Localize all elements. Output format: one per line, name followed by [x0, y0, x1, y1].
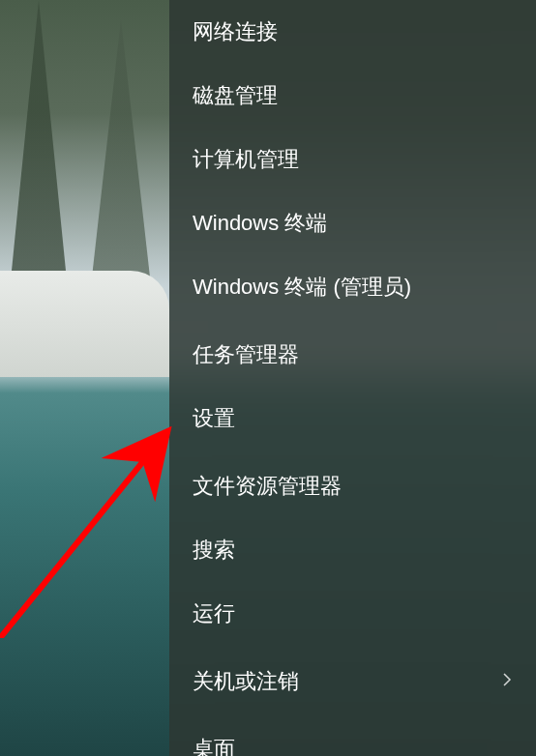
wallpaper-tree [77, 19, 164, 290]
menu-item-windows-terminal[interactable]: Windows 终端 [169, 191, 536, 255]
menu-item-label: 磁盘管理 [193, 81, 278, 110]
menu-item-label: 计算机管理 [193, 145, 299, 174]
menu-item-computer-management[interactable]: 计算机管理 [169, 128, 536, 191]
menu-item-label: 桌面 [193, 735, 235, 756]
menu-item-label: 设置 [193, 404, 235, 433]
menu-item-label: 文件资源管理器 [193, 472, 342, 501]
menu-item-label: 运行 [193, 599, 235, 628]
menu-item-label: Windows 终端 (管理员) [193, 273, 411, 302]
menu-item-disk-management[interactable]: 磁盘管理 [169, 64, 536, 128]
menu-item-task-manager[interactable]: 任务管理器 [169, 323, 536, 387]
chevron-right-icon [501, 672, 513, 692]
wallpaper-snow [0, 271, 169, 377]
menu-item-network-connections[interactable]: 网络连接 [169, 0, 536, 64]
menu-item-label: 搜索 [193, 536, 235, 565]
menu-item-shutdown-signout[interactable]: 关机或注销 [169, 650, 536, 713]
menu-item-run[interactable]: 运行 [169, 582, 536, 646]
menu-item-search[interactable]: 搜索 [169, 518, 536, 582]
menu-item-desktop[interactable]: 桌面 [169, 717, 536, 756]
wallpaper-tree [10, 0, 68, 290]
menu-item-label: 网络连接 [193, 17, 278, 46]
menu-item-windows-terminal-admin[interactable]: Windows 终端 (管理员) [169, 255, 536, 319]
menu-item-file-explorer[interactable]: 文件资源管理器 [169, 454, 536, 518]
menu-item-label: 关机或注销 [193, 667, 299, 696]
menu-item-label: 任务管理器 [193, 340, 299, 369]
winx-context-menu: 网络连接 磁盘管理 计算机管理 Windows 终端 Windows 终端 (管… [169, 0, 536, 756]
menu-item-settings[interactable]: 设置 [169, 387, 536, 451]
menu-item-label: Windows 终端 [193, 209, 327, 238]
